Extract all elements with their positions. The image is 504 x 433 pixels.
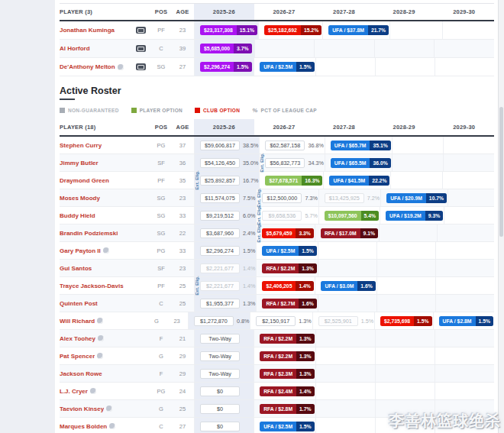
salary-box: Two-Way — [200, 351, 240, 361]
pos-cell: G — [151, 353, 171, 360]
table-row: De'Anthony MeltonSG27$2,296,2741.5%UFA /… — [60, 58, 494, 76]
season-cell: RFA / $2.3M1.3% — [254, 365, 315, 382]
season-cell: UFA / $41.5M22.2% — [323, 172, 390, 189]
player-name-link[interactable]: Buddy Hield — [60, 212, 95, 219]
badge-pct: 1.5% — [296, 62, 315, 72]
player-name-link[interactable]: Taevion Kinsey — [60, 406, 104, 412]
season-cell: RFA / $2.7M1.6% — [256, 295, 317, 312]
legend-swatch-icon — [195, 108, 200, 113]
player-name-link[interactable]: Moses Moody — [60, 195, 100, 202]
player-cell: Jimmy Butler — [60, 160, 136, 166]
season-cell: Ext. Elig.$9,658,5365.7% — [256, 207, 318, 224]
table-row: Stephen CurryPG37$59,606,81738.5%$62,587… — [60, 137, 494, 154]
ext-eligible-label: Ext. Elig. — [257, 223, 261, 242]
age-cell: 36 — [171, 160, 194, 166]
season-cell — [435, 365, 494, 382]
player-cell: Alex Toohey — [60, 335, 136, 342]
player-cell: L.J. Cryer — [60, 388, 136, 395]
badge-pct: 15.1% — [237, 25, 257, 35]
season-cell — [434, 40, 494, 57]
badge-label: $23,317,308 — [200, 25, 237, 35]
option-badge: UFA / $2.5M1.5% — [262, 246, 316, 256]
option-badge: UFA / $65.5M36.0% — [331, 158, 391, 168]
cap-pct: 35.0% — [243, 160, 258, 166]
season-cell: RFA / $2.2M1.3% — [256, 260, 317, 276]
player-cell: Jackson Rowe — [60, 370, 136, 377]
title-underline — [60, 99, 75, 100]
column-header-season: 2027-28 — [314, 4, 374, 20]
season-cell — [376, 242, 435, 259]
season-cell — [315, 330, 375, 347]
season-cell: Ext. Elig.$25,892,85716.7% — [194, 172, 259, 189]
column-header-season: 2028-29 — [374, 4, 435, 20]
season-cell: $13,425,9257.2% — [318, 189, 380, 206]
player-name-link[interactable]: Gary Payton II — [60, 247, 101, 254]
player-name-link[interactable]: Jackson Rowe — [60, 370, 102, 377]
player-name-link[interactable]: Draymond Green — [60, 177, 109, 184]
column-header-age: AGE — [171, 124, 194, 131]
player-name-link[interactable]: Marques Bolden — [60, 423, 107, 430]
table-row: Draymond GreenPF35Ext. Elig.$25,892,8571… — [60, 172, 494, 189]
icon-cell — [136, 45, 151, 52]
age-cell: 33 — [171, 212, 194, 219]
ext-eligible-label: Ext. Elig. — [257, 188, 261, 207]
option-badge: $10,097,5605.4% — [325, 211, 379, 221]
player-name-link[interactable]: Will Richard — [60, 318, 95, 325]
player-name-link[interactable]: L.J. Cryer — [60, 388, 88, 395]
season-cell — [389, 21, 441, 39]
cap-pct: 1.4% — [243, 283, 255, 289]
age-cell: 27 — [171, 423, 194, 430]
badge-label: UFA / $2.5M — [260, 62, 296, 72]
season-cell — [443, 154, 494, 171]
column-header-season: 2026-27 — [254, 4, 315, 20]
option-badge: RFA / $2.4M1.4% — [260, 386, 314, 396]
badge-pct: 9.3% — [425, 211, 444, 221]
table-row: Trayce Jackson-DavisPF25Ext. Elig.$2,221… — [60, 277, 494, 295]
player-name-link[interactable]: Trayce Jackson-Davis — [60, 283, 124, 289]
badge-pct: 1.7% — [296, 404, 315, 414]
season-cell: Ext. Elig.$56,832,77334.3% — [259, 154, 324, 171]
player-cell: Pat Spencer — [60, 353, 136, 360]
season-cell: Ext. Elig.$12,500,0007.3% — [256, 189, 318, 206]
badge-label: $27,678,571 — [265, 176, 302, 186]
option-badge: UFA / $3.0M1.6% — [321, 281, 375, 291]
option-badge: RFA / $2.2M1.3% — [262, 263, 316, 273]
salary-box: $0 — [200, 404, 240, 414]
player-name-link[interactable]: Pat Spencer — [60, 353, 95, 360]
player-name-link[interactable]: Gui Santos — [60, 265, 92, 272]
player-name-link[interactable]: Quinten Post — [60, 300, 98, 307]
badge-label: $2,735,698 — [380, 316, 414, 326]
pos-cell: SG — [151, 230, 171, 237]
salary-box: $0 — [200, 386, 240, 396]
player-name-link[interactable]: Al Horford — [60, 45, 90, 52]
option-badge: $5,679,4593.3% — [262, 228, 314, 238]
age-cell: 27 — [171, 63, 194, 70]
player-name-link[interactable]: Brandin Podziemski — [60, 230, 118, 237]
table-row: Will RichardG23$1,272,8700.8%$2,150,9171… — [60, 312, 494, 330]
season-cell — [392, 154, 443, 171]
pos-cell: PF — [151, 27, 171, 34]
season-cell — [443, 137, 494, 153]
scrollbar-track[interactable] — [498, 0, 504, 433]
scrollbar-thumb[interactable] — [499, 107, 503, 237]
pos-cell: PF — [151, 283, 171, 289]
icon-cell — [136, 63, 151, 70]
season-cell: UFA / $2.5M1.5% — [254, 58, 315, 76]
player-note-icon — [97, 353, 103, 359]
season-cell — [315, 365, 375, 382]
season-cell: Two-Way — [194, 365, 254, 382]
player-name-link[interactable]: De'Anthony Melton — [60, 63, 115, 70]
season-cell: $2,735,6981.5% — [374, 312, 433, 329]
icon-cell — [136, 27, 151, 34]
player-cell: Gary Payton II — [60, 247, 136, 254]
player-name-link[interactable]: Jonathan Kuminga — [60, 27, 115, 34]
player-name-link[interactable]: Alex Toohey — [60, 335, 95, 342]
player-name-link[interactable]: Stephen Curry — [60, 142, 102, 149]
active-roster-table: PLAYER (18)POSAGE2025-262026-272027-2820… — [60, 119, 494, 433]
active-roster-title: Active Roster — [60, 86, 494, 96]
season-cell — [315, 400, 375, 417]
banknote-icon — [136, 27, 146, 34]
player-name-link[interactable]: Jimmy Butler — [60, 160, 99, 166]
season-cell — [442, 172, 494, 189]
season-cell — [435, 347, 494, 364]
